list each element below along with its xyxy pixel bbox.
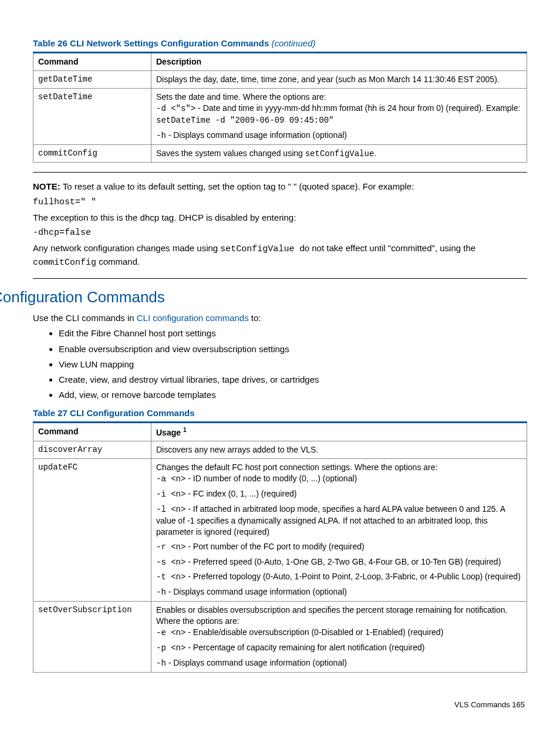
th-usage: Usage 1 [151,422,527,441]
footnote-1-marker: 1 [183,427,187,433]
flag-r-rest: - Port number of the FC port to modify (… [185,542,364,551]
desc-getdatetime: Displays the day, date, time, time zone,… [151,71,527,89]
flag-e-rest: - Enable/disable oversubscription (0-Dis… [185,627,443,637]
flag-h: -h [156,131,166,140]
table-row: setDateTime Sets the date and time. Wher… [33,89,527,145]
flag-e: -e <n> [156,628,185,637]
desc-commitconfig: Saves the system values changed using se… [151,144,527,163]
table-row: commitConfig Saves the system values cha… [33,144,527,163]
table-row: updateFC Changes the default FC host por… [33,459,527,602]
flag-p-rest: - Percentage of capacity remaining for a… [185,643,424,652]
list-item: Create, view, and destroy virtual librar… [59,374,527,386]
flag-h: -h [156,659,166,668]
desc-setdatetime: Sets the date and time. Where the option… [151,89,527,145]
desc-pre: Saves the system values changed using [156,148,305,158]
note-line3-mono2: commitConfig [33,258,96,268]
flag-i-rest: - FC index (0, 1, ...) (required) [185,489,296,498]
flag-l: -l <n> [156,505,185,514]
note-block: NOTE: To reset a value to its default se… [33,172,527,279]
flag-s: -s <n> [156,558,185,567]
cmd-setoversubscription: setOverSubscription [33,602,151,672]
table27: Command Usage 1 discoverArray Discovers … [33,421,527,673]
list-item: Add, view, or remove barcode templates [59,389,527,401]
flag-t: -t <n> [156,572,185,582]
note-line1: To reset a value to its default setting,… [63,181,414,191]
desc-mono: setConfigValue [305,149,375,158]
flag-h-rest: - Displays command usage information (op… [166,658,347,667]
note-line3-pre: Any network configuration changes made u… [33,243,220,253]
flag-s-rest: - Preferred speed (0-Auto, 1-One GB, 2-T… [185,557,501,566]
flag-p: -p <n> [156,643,185,653]
list-item: View LUN mapping [59,359,527,370]
example-setdatetime: setDateTime -d "2009-06-09 09:45:00" [156,116,333,125]
flag-d-rest: - Date and time in yyyy-mm-dd hh:mm form… [195,103,520,113]
list-item: Edit the Fibre Channel host port setting… [59,328,527,339]
flag-a: -a <n> [156,474,185,484]
note-line3-post: command. [96,256,140,266]
table26: Command Description getDateTime Displays… [33,52,527,163]
th-usage-text: Usage [156,427,183,437]
flag-h-rest: - Displays command usage information (op… [166,587,347,596]
table-row: discoverArray Discovers any new arrays a… [33,441,527,459]
table-header-row: Command Usage 1 [33,422,527,441]
table-row: getDateTime Displays the day, date, time… [33,71,527,89]
table26-caption-continued: (continued) [271,38,315,48]
flag-t-rest: - Preferred topology (0-Auto, 1-Point to… [185,572,520,581]
flag-i: -i <n> [156,490,185,499]
section-heading: Configuration Commands [0,287,527,308]
desc-setoversubscription: Enables or disables oversubscription and… [151,602,527,672]
table27-caption: Table 27 CLI Configuration Commands [33,407,527,419]
cmd-discoverarray: discoverArray [33,441,151,459]
note-line3-mono1: setConfigValue [220,244,299,254]
flag-l-rest: - If attached in arbitrated loop mode, s… [156,504,505,536]
flag-d: -d <"s"> [156,104,195,113]
bullet-list: Edit the Fibre Channel host port setting… [33,328,527,401]
table26-caption: Table 26 CLI Network Settings Configurat… [33,38,527,49]
th-description: Description [151,53,527,71]
desc-updatefc: Changes the default FC host port connect… [151,459,527,602]
cmd-getdatetime: getDateTime [33,71,151,89]
cli-config-commands-link[interactable]: CLI configuration commands [137,313,249,323]
table26-caption-main: Table 26 CLI Network Settings Configurat… [33,38,271,48]
note-line3-mid: do not take effect until "committed", us… [299,243,475,253]
desc-discoverarray: Discovers any new arrays added to the VL… [151,441,527,459]
intro-post: to: [249,313,261,323]
note-mono1: fullhost=" " [33,197,527,208]
page-footer: VLS Commands 165 [33,700,527,710]
flag-h-rest: - Displays command usage information (op… [166,130,347,140]
setoversub-intro: Enables or disables oversubscription and… [156,605,507,626]
note-label: NOTE: [33,181,63,191]
flag-h: -h [156,588,166,597]
intro-paragraph: Use the CLI commands in CLI configuratio… [33,312,527,324]
desc-intro: Sets the date and time. Where the option… [156,92,326,102]
flag-r: -r <n> [156,542,185,552]
cmd-setdatetime: setDateTime [33,89,151,145]
list-item: Enable oversubscription and view oversub… [59,343,527,355]
note-mono2: -dhcp=false [33,227,527,239]
th-command: Command [33,422,151,441]
th-command: Command [33,53,151,71]
cmd-updatefc: updateFC [33,459,151,602]
table-header-row: Command Description [33,53,527,71]
intro-pre: Use the CLI commands in [33,313,137,323]
note-line2: The exception to this is the dhcp tag. D… [33,212,527,224]
updatefc-intro: Changes the default FC host port connect… [156,463,437,472]
desc-post: . [374,148,376,158]
cmd-commitconfig: commitConfig [33,144,151,163]
table-row: setOverSubscription Enables or disables … [33,602,527,672]
flag-a-rest: - ID number of node to modify (0, ...) (… [185,474,357,483]
